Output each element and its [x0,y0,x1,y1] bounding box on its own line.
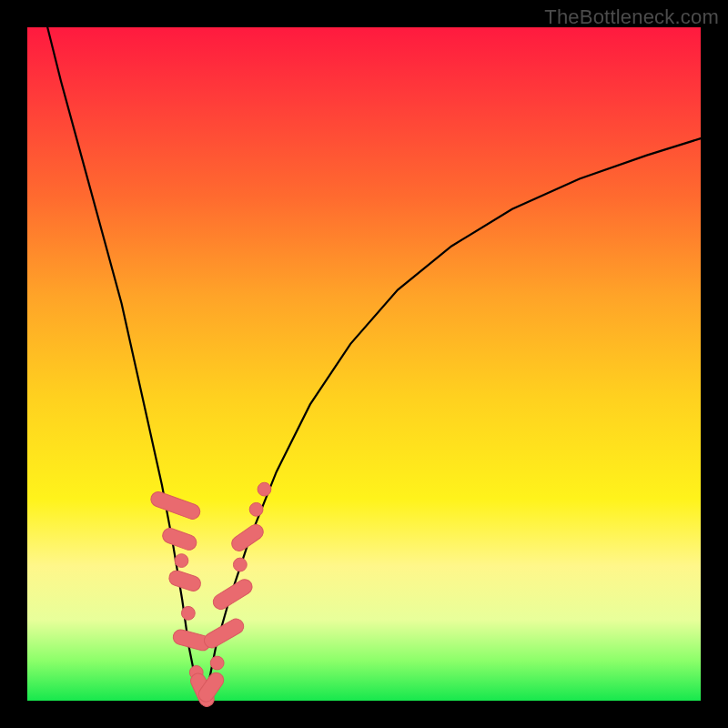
bottleneck-curve [47,27,701,694]
watermark-text: TheBottleneck.com [544,5,719,29]
curve-marker [210,577,255,612]
curve-marker [149,490,202,521]
chart-svg [0,0,728,728]
curve-marker [229,521,267,553]
curve-marker [175,554,188,568]
curve-marker [258,482,271,496]
curve-marker [181,606,195,620]
curve-marker [160,526,198,551]
curve-marker [233,558,247,571]
curve-marker [167,569,203,592]
chart-frame: TheBottleneck.com [0,0,728,728]
curve-marker [210,656,224,670]
curve-marker [249,502,263,516]
